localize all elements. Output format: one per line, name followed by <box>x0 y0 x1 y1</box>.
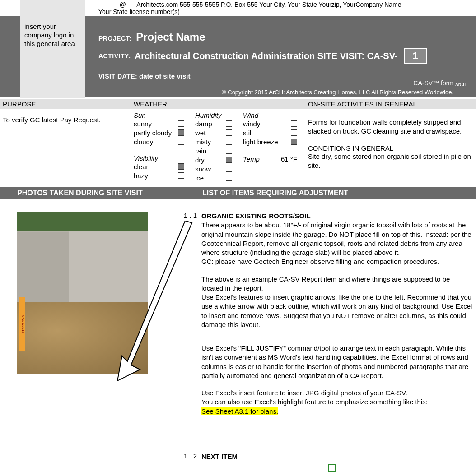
site-photo: 04/29/2015 <box>17 212 148 374</box>
temp-label: Temp <box>243 155 281 163</box>
checkbox-damp[interactable] <box>226 120 232 127</box>
onsite-heading: ON-SITE ACTIVITIES IN GENERAL <box>305 99 476 109</box>
weather-cloudy: cloudy <box>134 138 176 146</box>
checkbox-ice[interactable] <box>226 175 232 181</box>
weather-still: still <box>243 129 289 137</box>
weather-dry: dry <box>195 156 224 164</box>
item-number-2: 1 . 2 <box>172 452 201 472</box>
photo-timestamp: 04/29/2015 <box>19 297 25 351</box>
checkbox-dry[interactable] <box>226 157 232 163</box>
visit-date: date of site visit <box>139 72 190 80</box>
copyright: © Copyright 2015 ArCH: Architects Creati… <box>222 89 453 96</box>
item-2-title: NEXT ITEM <box>201 452 473 461</box>
checkbox-still[interactable] <box>291 129 297 136</box>
checkbox-sunny[interactable] <box>178 120 184 127</box>
temp-value: 61 °F <box>281 155 297 163</box>
humidity-subhead: Humidity <box>195 111 232 119</box>
purpose-text: To verify GC latest Pay Request. <box>3 111 128 124</box>
checkbox-hazy[interactable] <box>178 172 184 179</box>
info-row: PURPOSE To verify GC latest Pay Request.… <box>0 97 476 187</box>
item-1-p1: There appears to be about 18"+/- of orig… <box>201 221 473 257</box>
checkbox-clear[interactable] <box>178 163 184 170</box>
item-row: 04/29/2015 1 . 1 ORGANIC EXISTING ROOTS/… <box>0 199 476 434</box>
item-1-p2: The above is an example CA-SV Report ite… <box>201 275 473 293</box>
item-1-p4: Use Excel's insert feature to insert JPG… <box>201 388 473 397</box>
sun-subhead: Sun <box>134 111 184 119</box>
checkbox-misty[interactable] <box>226 139 232 145</box>
project-name: Project Name <box>136 31 205 43</box>
logo-placeholder: insert your company logo in this general… <box>20 0 85 98</box>
activity-number-box: 1 <box>404 48 427 64</box>
weather-misty: misty <box>195 138 224 146</box>
conditions-heading: CONDITIONS IN GENERAL <box>308 144 473 152</box>
checkbox-light-breeze[interactable] <box>291 139 297 145</box>
project-label: PROJECT: <box>98 35 131 42</box>
item-1-p1b: GC: please have Geotech Engineer observe… <box>201 257 473 266</box>
weather-sunny: sunny <box>134 120 176 128</box>
activity-label: ACTIVITY: <box>98 52 131 60</box>
checkbox-windy[interactable] <box>291 120 297 127</box>
item-1-highlight: See Sheet A3.1 for plans. <box>201 407 278 415</box>
conditions-text: Site dry, some stored non-organic soil s… <box>308 152 473 170</box>
weather-ice: ice <box>195 174 224 182</box>
header-bar: insert your company logo in this general… <box>0 16 476 97</box>
item-1-p2b: Use Excel's features to insert graphic a… <box>201 293 473 329</box>
weather-damp: damp <box>195 120 224 128</box>
company-line1: ______@___Architects.com 555-555-5555 P.… <box>98 1 476 8</box>
item-1-p3: Use Excel's "FILL JUSTIFY" command/tool … <box>201 344 473 380</box>
weather-wet: wet <box>195 129 224 137</box>
arch-logo: ArCH <box>455 82 473 96</box>
weather-hazy: hazy <box>134 172 176 180</box>
photos-heading: PHOTOS TAKEN DURING SITE VISIT <box>0 189 202 197</box>
wind-subhead: Wind <box>243 111 297 119</box>
checkbox-rain[interactable] <box>226 148 232 154</box>
visit-date-label: VISIT DATE: <box>98 73 137 80</box>
weather-rain: rain <box>195 147 224 155</box>
checkbox-cloudy[interactable] <box>178 139 184 145</box>
items-heading: LIST OF ITEMS REQUIRING ADJUSTMENT <box>202 189 476 197</box>
visibility-subhead: Visibility <box>134 154 184 162</box>
item-row-2: 1 . 2 NEXT ITEM <box>0 434 476 472</box>
weather-partly-cloudy: partly cloudy <box>134 129 176 137</box>
form-tag: CA-SV™ form <box>413 79 453 87</box>
weather-snow: snow <box>195 165 224 173</box>
purpose-heading: PURPOSE <box>0 99 131 109</box>
weather-windy: windy <box>243 120 289 128</box>
activity-name: Architectural Construction Administratio… <box>135 51 398 61</box>
cell-cursor-icon <box>328 464 336 472</box>
weather-light-breeze: light breeze <box>243 138 289 146</box>
section-divider: PHOTOS TAKEN DURING SITE VISIT LIST OF I… <box>0 187 476 199</box>
checkbox-snow[interactable] <box>226 166 232 172</box>
item-1-title: ORGANIC EXISTING ROOTS/SOIL <box>201 212 473 221</box>
checkbox-wet[interactable] <box>226 129 232 136</box>
onsite-text: Forms for foundation walls completely st… <box>308 111 473 135</box>
item-1-p4b: You can also use Excel's highlight featu… <box>201 397 473 407</box>
item-number-1: 1 . 1 <box>172 212 201 434</box>
company-line2: Your State license number(s) <box>98 8 476 15</box>
checkbox-partly-cloudy[interactable] <box>178 129 184 136</box>
weather-heading: WEATHER <box>131 99 305 109</box>
weather-clear: clear <box>134 163 176 171</box>
